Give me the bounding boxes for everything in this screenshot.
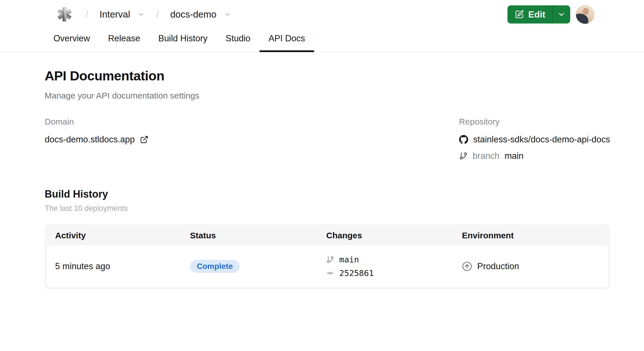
repository-name[interactable]: stainless-sdks/docs-demo-api-docs bbox=[473, 134, 610, 145]
git-commit-icon bbox=[326, 269, 334, 277]
main-content: API Documentation Manage your API docume… bbox=[0, 52, 644, 289]
edit-split-button: Edit bbox=[507, 5, 570, 23]
tab-studio[interactable]: Studio bbox=[217, 31, 260, 52]
domain-block: Domain docs-demo.stldocs.app bbox=[45, 117, 148, 145]
page-subtitle: Manage your API documentation settings bbox=[45, 91, 610, 100]
org-name: Interval bbox=[100, 9, 130, 20]
branch-label: branch bbox=[473, 151, 500, 161]
branch-name: main bbox=[505, 151, 524, 161]
chevron-down-icon bbox=[557, 10, 565, 18]
tab-release[interactable]: Release bbox=[99, 31, 149, 52]
external-link-icon[interactable] bbox=[140, 135, 148, 144]
row-commit: 2525861 bbox=[339, 268, 374, 278]
git-branch-icon bbox=[326, 256, 334, 264]
row-environment: Production bbox=[477, 261, 519, 271]
row-branch: main bbox=[339, 255, 359, 264]
build-history-table: Activity Status Changes Environment 5 mi… bbox=[45, 224, 610, 289]
stainless-logo-icon[interactable] bbox=[57, 7, 72, 22]
domain-label: Domain bbox=[45, 117, 148, 127]
build-history-title: Build History bbox=[45, 188, 610, 200]
edit-button-label: Edit bbox=[528, 9, 545, 20]
github-mark-icon bbox=[459, 135, 468, 144]
tab-build-history[interactable]: Build History bbox=[149, 31, 217, 52]
column-header-environment: Environment bbox=[453, 231, 608, 240]
activity-cell: 5 minutes ago bbox=[46, 261, 181, 271]
tab-bar: Overview Release Build History Studio AP… bbox=[0, 31, 644, 52]
circle-arrow-up-icon bbox=[462, 261, 472, 271]
column-header-status: Status bbox=[181, 231, 317, 240]
tab-overview[interactable]: Overview bbox=[44, 31, 99, 52]
table-body-card: 5 minutes ago Complete main bbox=[46, 245, 608, 288]
top-bar-actions: Edit bbox=[507, 5, 595, 24]
status-badge: Complete bbox=[190, 260, 240, 273]
breadcrumb-separator: / bbox=[156, 8, 159, 20]
user-avatar[interactable] bbox=[576, 5, 595, 24]
column-header-changes: Changes bbox=[317, 231, 453, 240]
breadcrumb-separator: / bbox=[85, 8, 88, 20]
repository-block: Repository stainless-sdks/docs-demo-api-… bbox=[459, 117, 610, 161]
project-switcher[interactable]: docs-demo bbox=[167, 9, 234, 20]
status-cell: Complete bbox=[181, 260, 317, 273]
page-title: API Documentation bbox=[45, 68, 610, 84]
git-branch-icon bbox=[459, 152, 468, 160]
build-history-subtitle: The last 10 deployments bbox=[45, 204, 610, 213]
docs-meta-section: Domain docs-demo.stldocs.app Repository bbox=[45, 117, 610, 161]
breadcrumb: / Interval / docs-demo bbox=[57, 7, 234, 22]
domain-value: docs-demo.stldocs.app bbox=[45, 134, 135, 145]
repository-label: Repository bbox=[459, 117, 610, 127]
square-pen-icon bbox=[515, 10, 524, 19]
table-row[interactable]: 5 minutes ago Complete main bbox=[46, 245, 608, 288]
table-header-row: Activity Status Changes Environment bbox=[46, 226, 608, 245]
project-name: docs-demo bbox=[170, 9, 216, 20]
column-header-activity: Activity bbox=[46, 231, 181, 240]
org-switcher[interactable]: Interval bbox=[97, 9, 148, 20]
edit-dropdown-button[interactable] bbox=[553, 5, 570, 23]
chevron-down-icon bbox=[137, 11, 145, 18]
top-bar: / Interval / docs-demo Ed bbox=[0, 0, 644, 29]
chevron-down-icon bbox=[224, 11, 231, 18]
tab-api-docs[interactable]: API Docs bbox=[260, 31, 314, 52]
environment-cell: Production bbox=[453, 261, 608, 271]
changes-cell: main 2525861 bbox=[317, 255, 453, 278]
edit-button[interactable]: Edit bbox=[507, 5, 552, 23]
